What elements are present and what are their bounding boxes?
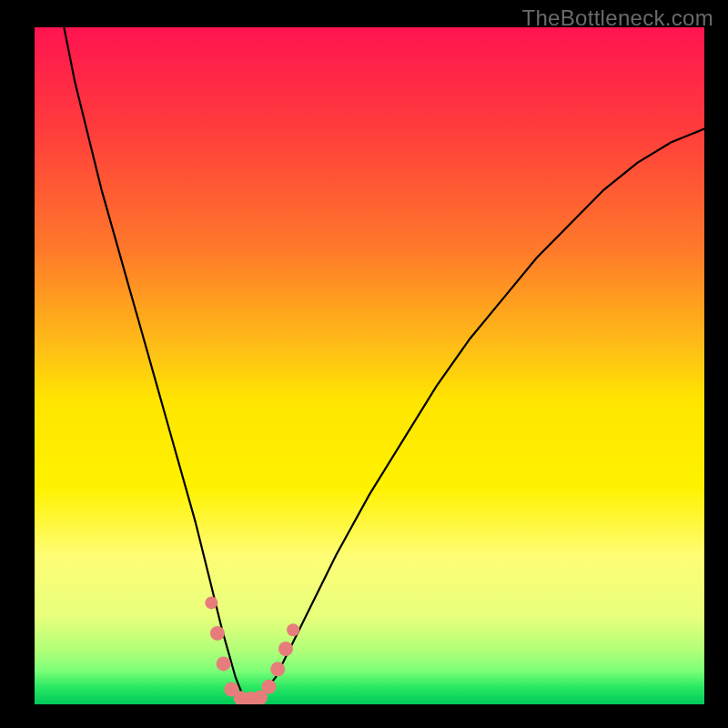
highlight-markers — [205, 596, 299, 704]
marker-dot — [217, 656, 231, 671]
marker-dot — [262, 680, 277, 694]
marker-dot — [270, 662, 285, 676]
watermark-text: TheBottleneck.com — [521, 5, 713, 31]
marker-dot — [278, 642, 293, 656]
plot-area — [35, 27, 704, 704]
chart-frame: TheBottleneck.com — [0, 0, 728, 728]
marker-dot — [210, 626, 225, 641]
marker-dot — [205, 596, 217, 609]
chart-svg — [35, 27, 704, 704]
marker-dot — [287, 623, 299, 636]
bottleneck-curve — [61, 27, 704, 699]
